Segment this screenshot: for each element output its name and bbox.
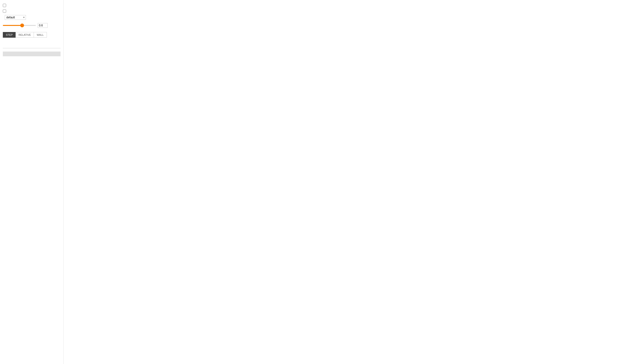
haxis-buttons: STEP RELATIVE WALL (3, 32, 60, 38)
filter-runs-input[interactable] (3, 43, 60, 48)
tooltip-sorting-row: default descending ascending (3, 15, 60, 20)
ignore-outliers-checkbox[interactable] (3, 9, 6, 13)
main-content (64, 0, 624, 364)
smoothing-value-input[interactable] (38, 23, 48, 28)
haxis-step-btn[interactable]: STEP (3, 32, 16, 38)
haxis-wall-btn[interactable]: WALL (34, 32, 47, 38)
tooltip-select[interactable]: default descending ascending (5, 15, 26, 20)
sidebar: default descending ascending STEP RELATI… (0, 0, 64, 364)
show-download-row[interactable] (3, 4, 60, 7)
smoothing-row (3, 23, 60, 28)
toggle-all-runs-button[interactable] (3, 52, 60, 56)
smoothing-section (3, 22, 60, 28)
smoothing-value-wrap (38, 23, 48, 28)
runs-section (3, 40, 60, 57)
haxis-relative-btn[interactable]: RELATIVE (16, 32, 34, 38)
show-download-checkbox[interactable] (3, 4, 6, 7)
smoothing-slider[interactable] (3, 25, 36, 26)
tooltip-select-wrap[interactable]: default descending ascending (5, 15, 26, 20)
ignore-outliers-row[interactable] (3, 9, 60, 13)
haxis-section: STEP RELATIVE WALL (3, 30, 60, 38)
